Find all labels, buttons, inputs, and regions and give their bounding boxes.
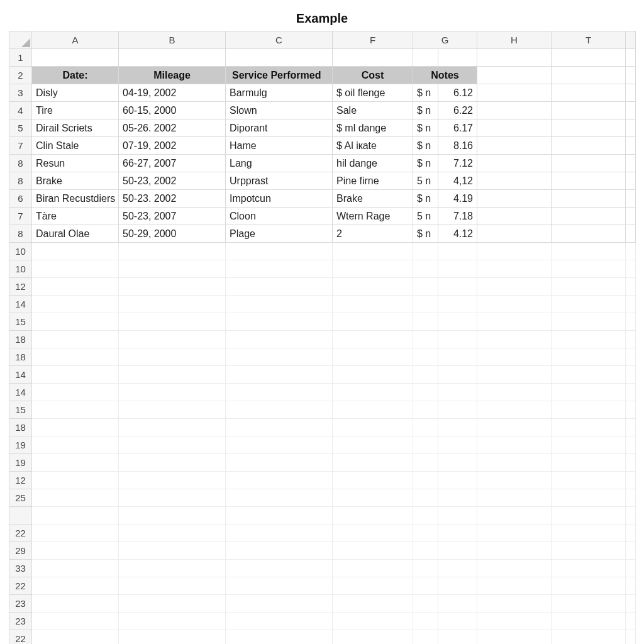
cell[interactable]: Tàre (32, 208, 119, 225)
cell[interactable] (119, 366, 226, 384)
cell[interactable] (438, 507, 477, 525)
cell[interactable] (413, 613, 438, 630)
row-header[interactable]: 3 (9, 84, 32, 102)
cell[interactable]: Tire (32, 102, 119, 119)
cell[interactable] (626, 208, 636, 225)
cell[interactable] (552, 436, 626, 454)
header-date[interactable]: Date: (32, 67, 119, 84)
cell[interactable] (333, 384, 413, 401)
cell[interactable] (32, 489, 119, 507)
cell[interactable] (413, 260, 438, 278)
row-header[interactable]: 18 (9, 419, 32, 436)
cell[interactable] (119, 331, 226, 348)
cell[interactable]: 8.16 (438, 137, 477, 155)
cell[interactable]: Slown (226, 102, 333, 119)
cell[interactable] (626, 155, 636, 172)
cell[interactable] (552, 595, 626, 613)
select-all-corner[interactable] (9, 31, 32, 49)
cell[interactable] (226, 243, 333, 260)
cell[interactable] (333, 613, 413, 630)
cell[interactable] (226, 278, 333, 296)
cell[interactable]: 07-19, 2002 (119, 137, 226, 155)
cell[interactable]: 4,12 (438, 172, 477, 190)
cell[interactable]: $ n (413, 137, 438, 155)
cell[interactable] (477, 613, 552, 630)
cell[interactable]: 2 (333, 225, 413, 243)
cell[interactable]: Disly (32, 84, 119, 102)
cell[interactable] (438, 436, 477, 454)
col-header-C[interactable]: C (226, 31, 333, 49)
cell[interactable] (226, 260, 333, 278)
cell[interactable] (626, 278, 636, 296)
cell[interactable]: 04-19, 2002 (119, 84, 226, 102)
cell[interactable] (119, 419, 226, 436)
row-header[interactable]: 15 (9, 401, 32, 419)
col-header-T[interactable]: T (552, 31, 626, 49)
cell[interactable] (438, 243, 477, 260)
cell[interactable] (333, 472, 413, 489)
cell[interactable] (333, 595, 413, 613)
cell[interactable] (438, 419, 477, 436)
cell[interactable] (552, 366, 626, 384)
cell[interactable] (552, 384, 626, 401)
cell[interactable] (438, 560, 477, 577)
cell[interactable] (626, 436, 636, 454)
cell[interactable] (552, 401, 626, 419)
cell[interactable] (552, 577, 626, 595)
cell[interactable] (413, 472, 438, 489)
cell[interactable] (119, 595, 226, 613)
cell[interactable] (32, 595, 119, 613)
cell[interactable]: Diporant (226, 119, 333, 137)
cell[interactable] (477, 436, 552, 454)
cell[interactable] (32, 525, 119, 542)
cell[interactable] (626, 331, 636, 348)
cell[interactable] (226, 419, 333, 436)
cell[interactable] (413, 243, 438, 260)
cell[interactable]: 66-27, 2007 (119, 155, 226, 172)
cell[interactable] (413, 560, 438, 577)
cell[interactable] (626, 613, 636, 630)
row-header[interactable]: 22 (9, 525, 32, 542)
cell[interactable] (333, 542, 413, 560)
cell[interactable] (477, 172, 552, 190)
cell[interactable] (413, 419, 438, 436)
cell[interactable] (552, 630, 626, 645)
cell[interactable]: $ n (413, 84, 438, 102)
col-header-G[interactable]: G (413, 31, 477, 49)
cell[interactable]: Brake (32, 172, 119, 190)
cell[interactable] (477, 208, 552, 225)
cell[interactable] (477, 243, 552, 260)
cell[interactable] (552, 102, 626, 119)
col-header-H[interactable]: H (477, 31, 552, 49)
cell[interactable] (477, 67, 552, 84)
header-cost[interactable]: Cost (333, 67, 413, 84)
cell[interactable] (119, 454, 226, 472)
cell[interactable] (552, 542, 626, 560)
cell[interactable] (626, 507, 636, 525)
cell[interactable] (552, 190, 626, 208)
cell[interactable] (333, 49, 413, 67)
cell[interactable] (119, 49, 226, 67)
cell[interactable] (333, 560, 413, 577)
row-header[interactable]: 12 (9, 278, 32, 296)
cell[interactable]: $ ml dange (333, 119, 413, 137)
cell[interactable]: Resun (32, 155, 119, 172)
cell[interactable] (626, 67, 636, 84)
cell[interactable] (438, 613, 477, 630)
cell[interactable]: $ n (413, 102, 438, 119)
cell[interactable] (626, 190, 636, 208)
cell[interactable] (626, 225, 636, 243)
cell[interactable] (413, 525, 438, 542)
row-header[interactable]: 14 (9, 366, 32, 384)
cell[interactable] (413, 595, 438, 613)
row-header[interactable]: 12 (9, 472, 32, 489)
cell[interactable] (226, 454, 333, 472)
cell[interactable] (226, 630, 333, 645)
cell[interactable] (477, 313, 552, 331)
cell[interactable] (413, 348, 438, 366)
cell[interactable] (552, 49, 626, 67)
cell[interactable] (32, 278, 119, 296)
cell[interactable] (333, 260, 413, 278)
row-header[interactable]: 10 (9, 260, 32, 278)
cell[interactable]: 7.12 (438, 155, 477, 172)
